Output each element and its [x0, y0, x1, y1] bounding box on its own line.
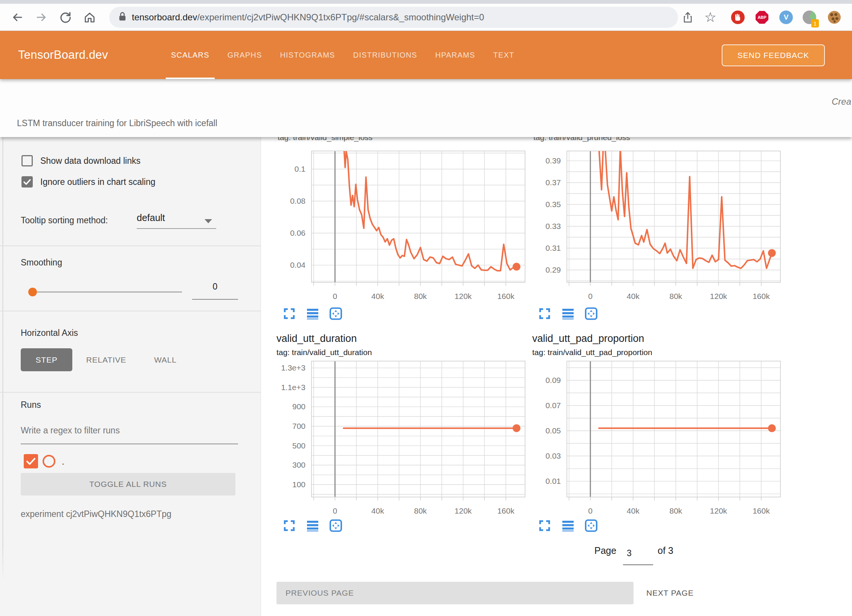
svg-text:160k: 160k: [753, 292, 770, 300]
ignore-outliers-checkbox[interactable]: [21, 176, 33, 188]
svg-text:900: 900: [292, 402, 305, 411]
check-icon: [23, 177, 32, 186]
data-table-icon[interactable]: [306, 519, 319, 532]
runs-label: Runs: [21, 400, 41, 410]
svg-text:0.29: 0.29: [545, 265, 561, 274]
tab-scalars[interactable]: SCALARS: [162, 31, 218, 79]
next-page-button[interactable]: NEXT PAGE: [646, 582, 714, 604]
svg-text:40k: 40k: [371, 506, 384, 515]
url-host: tensorboard.dev: [132, 12, 197, 22]
run-visibility-checkbox[interactable]: [24, 454, 38, 468]
svg-text:0.03: 0.03: [545, 451, 561, 460]
window-top-strip: [0, 0, 852, 4]
send-feedback-button[interactable]: SEND FEEDBACK: [722, 44, 825, 66]
fit-domain-icon[interactable]: [329, 307, 342, 320]
svg-text:80k: 80k: [669, 506, 682, 515]
reload-icon: [59, 11, 72, 24]
chart-actions: [538, 519, 598, 532]
clipped-chart-tag: tag: train/valid_pruned_loss: [533, 137, 744, 142]
tab-distributions[interactable]: DISTRIBUTIONS: [344, 31, 426, 79]
url-text: tensorboard.dev/experiment/cj2vtPiwQHKN9…: [132, 12, 484, 23]
scalar-chart-canvas[interactable]: 0.290.310.330.350.370.39040k80k120k160k: [519, 137, 789, 314]
run-name-label: .: [62, 456, 64, 467]
svg-text:0.07: 0.07: [545, 401, 561, 410]
axis-option-wall[interactable]: WALL: [150, 348, 181, 371]
chart-title: valid_utt_pad_proportion: [532, 333, 644, 345]
svg-text:0.31: 0.31: [545, 244, 561, 252]
data-table-icon[interactable]: [306, 307, 319, 320]
svg-text:700: 700: [292, 422, 305, 430]
tab-text[interactable]: TEXT: [484, 31, 523, 79]
reload-button[interactable]: [57, 9, 74, 26]
smoothing-slider-handle[interactable]: [28, 288, 37, 296]
svg-text:40k: 40k: [627, 506, 640, 515]
smoothing-label: Smoothing: [21, 258, 62, 268]
forward-button[interactable]: [33, 9, 50, 26]
url-path: /experiment/cj2vtPiwQHKN9Q1tx6PTpg/#scal…: [197, 12, 484, 22]
svg-text:0.1: 0.1: [295, 165, 305, 173]
svg-text:120k: 120k: [710, 506, 727, 515]
tab-histograms[interactable]: HISTOGRAMS: [271, 31, 344, 79]
svg-text:0.35: 0.35: [545, 200, 561, 209]
svg-text:80k: 80k: [414, 292, 427, 300]
run-color-swatch[interactable]: [43, 455, 55, 468]
chart-actions: [282, 519, 342, 532]
smoothing-slider-track[interactable]: [32, 291, 182, 293]
show-download-links-checkbox[interactable]: [21, 155, 33, 166]
axis-option-relative[interactable]: RELATIVE: [84, 348, 129, 371]
show-download-links-label: Show data download links: [40, 156, 140, 166]
tooltip-sorting-label: Tooltip sorting method:: [21, 215, 108, 226]
extension-badge: 1: [811, 19, 819, 27]
extension-cookie[interactable]: [826, 9, 843, 26]
svg-text:0.06: 0.06: [290, 229, 305, 237]
main-nav: SCALARS GRAPHS HISTOGRAMS DISTRIBUTIONS …: [162, 31, 523, 79]
scalar-chart-canvas[interactable]: 0.010.030.050.070.09040k80k120k160k: [519, 355, 789, 525]
axis-option-step[interactable]: STEP: [21, 348, 72, 371]
extension-recorder[interactable]: 1: [801, 9, 818, 26]
fit-domain-icon[interactable]: [585, 519, 598, 532]
bookmark-star-button[interactable]: ☆: [702, 9, 719, 26]
expand-chart-icon[interactable]: [282, 307, 296, 320]
data-table-icon[interactable]: [561, 307, 574, 320]
lock-icon: [118, 11, 127, 23]
svg-text:0.05: 0.05: [545, 426, 561, 435]
toggle-all-runs-button[interactable]: TOGGLE ALL RUNS: [21, 473, 235, 496]
page-number-input[interactable]: 3: [623, 548, 653, 565]
svg-text:40k: 40k: [627, 292, 640, 300]
back-button[interactable]: [9, 9, 26, 26]
chart-title: valid_utt_duration: [276, 333, 357, 345]
tab-graphs[interactable]: GRAPHS: [218, 31, 271, 79]
extension-adblock[interactable]: [729, 9, 747, 26]
svg-text:0: 0: [333, 506, 337, 515]
svg-text:0: 0: [588, 292, 593, 300]
expand-chart-icon[interactable]: [538, 307, 551, 320]
share-button[interactable]: [679, 9, 696, 26]
chevron-down-icon[interactable]: [205, 219, 212, 223]
svg-text:160k: 160k: [497, 292, 515, 300]
chart-actions: [538, 307, 598, 320]
scalar-chart-canvas[interactable]: 1003005007009001.1e+31.3e+3040k80k120k16…: [264, 355, 533, 525]
svg-text:80k: 80k: [669, 292, 682, 300]
home-button[interactable]: [81, 9, 98, 26]
svg-text:0.37: 0.37: [545, 178, 561, 187]
svg-text:300: 300: [292, 460, 305, 469]
extension-abp[interactable]: ABP: [753, 9, 771, 26]
svg-text:0: 0: [588, 506, 593, 515]
expand-chart-icon[interactable]: [282, 519, 296, 532]
forward-arrow-icon: [35, 11, 48, 24]
fit-domain-icon[interactable]: [329, 519, 342, 532]
sidebar-scrollbar[interactable]: [2, 137, 3, 581]
svg-text:0.08: 0.08: [290, 197, 305, 205]
scalar-chart-canvas[interactable]: 0.040.060.080.1040k80k120k160k: [264, 137, 533, 314]
fit-domain-icon[interactable]: [585, 307, 598, 320]
clipped-created-text: Crea: [832, 96, 852, 107]
address-bar[interactable]: tensorboard.dev/experiment/cj2vtPiwQHKN9…: [109, 7, 678, 28]
extension-v[interactable]: V: [777, 9, 795, 26]
runs-filter-underline: [21, 431, 238, 444]
data-table-icon[interactable]: [561, 519, 574, 532]
svg-text:0.39: 0.39: [545, 156, 561, 165]
expand-chart-icon[interactable]: [538, 519, 551, 532]
chart-actions: [282, 307, 342, 320]
previous-page-button[interactable]: PREVIOUS PAGE: [276, 582, 634, 604]
tab-hparams[interactable]: HPARAMS: [426, 31, 484, 79]
